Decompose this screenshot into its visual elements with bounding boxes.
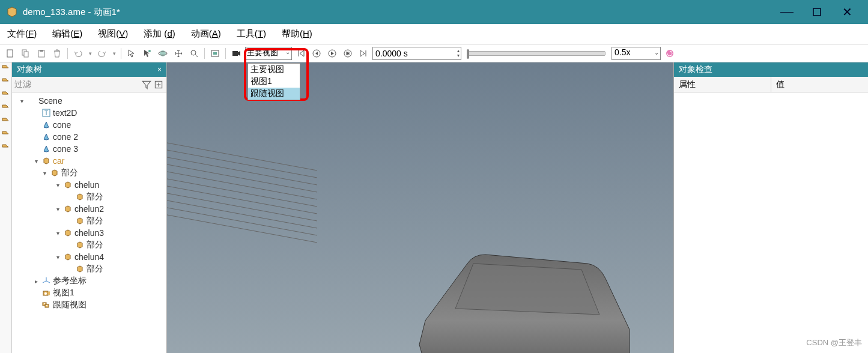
tree-row[interactable]: 部分	[14, 191, 164, 203]
strip-btn-4[interactable]	[1, 103, 11, 113]
play-next-button[interactable]	[341, 47, 354, 60]
redo-button[interactable]	[96, 47, 109, 60]
tree-body[interactable]: ▾SceneTtext2Dconecone 2cone 3▾car▾部分▾che…	[12, 92, 166, 353]
dropdown-item[interactable]: 视图1	[248, 76, 300, 88]
col-value[interactable]: 值	[771, 77, 868, 92]
tree-toggle[interactable]: ▾	[18, 98, 25, 104]
menu-help[interactable]: 帮助(H)	[279, 27, 315, 41]
dropdown-item[interactable]: 主要视图	[248, 64, 300, 76]
viewport-3d[interactable]	[167, 62, 673, 353]
filter-label[interactable]: 过滤	[14, 79, 140, 90]
record-button[interactable]	[229, 47, 243, 60]
svg-rect-3	[24, 52, 28, 57]
col-property[interactable]: 属性	[674, 77, 771, 92]
menu-bar: 文件(F) 编辑(E) 视图(V) 添加 (d) 动画(A) 工具(T) 帮助(…	[0, 24, 868, 44]
tree-row[interactable]: ▾chelun3	[14, 227, 164, 239]
text-icon: T	[41, 108, 51, 118]
maximize-button[interactable]	[802, 0, 832, 24]
tree-row[interactable]: ▾Scene	[14, 95, 164, 107]
tree-toggle[interactable]: ▾	[54, 206, 61, 213]
tree-row[interactable]: cone 3	[14, 143, 164, 155]
tree-row[interactable]: ▾chelun	[14, 179, 164, 191]
close-button[interactable]: ✕	[832, 0, 862, 24]
filter-icon[interactable]	[141, 79, 152, 90]
paste-button[interactable]	[35, 47, 48, 60]
new-button[interactable]	[4, 47, 17, 60]
watermark: CSDN @王登丰	[806, 337, 862, 348]
chevron-down-icon: ⌄	[654, 49, 659, 56]
tree-panel-header: 对象树 ×	[12, 62, 166, 77]
speed-select[interactable]: 0.5x ⌄	[612, 47, 661, 60]
undo-button[interactable]	[71, 47, 85, 60]
time-slider[interactable]	[467, 51, 605, 56]
cone-icon	[41, 132, 51, 142]
view-dropdown-popup: 主要视图视图1跟随视图	[247, 63, 300, 100]
strip-btn-1[interactable]	[1, 64, 11, 73]
group-icon	[63, 204, 73, 214]
view-select[interactable]: 主要视图 ⌄	[245, 47, 292, 60]
tree-row[interactable]: cone 2	[14, 131, 164, 143]
tree-toggle[interactable]: ▾	[32, 158, 40, 164]
strip-btn-2[interactable]	[1, 77, 11, 86]
spinner-icon[interactable]: ▴▾	[457, 49, 460, 58]
menu-tools[interactable]: 工具(T)	[234, 27, 269, 41]
tree-row[interactable]: 部分	[14, 263, 164, 275]
tree-toggle[interactable]: ▾	[54, 230, 61, 237]
play-prev-button[interactable]	[310, 47, 323, 60]
strip-btn-3[interactable]	[1, 90, 11, 100]
time-input[interactable]: 0.0000 s ▴▾	[372, 47, 461, 60]
menu-animation[interactable]: 动画(A)	[189, 27, 223, 41]
tree-toggle[interactable]: ▾	[54, 254, 61, 261]
strip-btn-6[interactable]	[1, 130, 11, 139]
menu-add[interactable]: 添加 (d)	[141, 27, 178, 41]
tree-row[interactable]: ▾chelun2	[14, 203, 164, 215]
tree-node-label: 部分	[86, 216, 103, 226]
group-icon	[75, 264, 85, 274]
pan-button[interactable]	[172, 47, 185, 60]
tree-row[interactable]: Ttext2D	[14, 107, 164, 119]
expand-icon[interactable]	[153, 79, 164, 90]
play-first-button[interactable]	[294, 47, 308, 60]
tree-node-label: cone 3	[53, 144, 78, 154]
play-button[interactable]	[326, 47, 339, 60]
tree-row[interactable]: ▸参考坐标	[14, 275, 164, 287]
zoom-button[interactable]	[187, 47, 201, 60]
delete-button[interactable]	[50, 47, 64, 60]
filter-row: 过滤	[12, 77, 166, 92]
frame-button[interactable]	[208, 47, 222, 60]
strip-btn-5[interactable]	[1, 116, 11, 126]
play-last-button[interactable]	[357, 47, 370, 60]
tree-row[interactable]: ▾car	[14, 155, 164, 167]
group-icon	[41, 156, 51, 166]
minimize-button[interactable]: —	[772, 0, 802, 24]
dropdown-item[interactable]: 跟随视图	[248, 88, 300, 100]
tree-panel-title: 对象树	[17, 64, 42, 75]
menu-edit[interactable]: 编辑(E)	[50, 27, 85, 41]
tree-toggle[interactable]: ▾	[54, 182, 61, 189]
menu-view[interactable]: 视图(V)	[96, 27, 130, 41]
tree-row[interactable]: 部分	[14, 215, 164, 227]
svg-point-25	[46, 305, 47, 306]
select-button[interactable]	[125, 47, 138, 60]
app-icon	[6, 6, 18, 18]
orbit-button[interactable]	[156, 47, 169, 60]
tree-row[interactable]: cone	[14, 119, 164, 131]
tree-row[interactable]: ▾chelun4	[14, 251, 164, 263]
tree-toggle[interactable]: ▸	[32, 278, 40, 285]
tree-row[interactable]: 视图1	[14, 287, 164, 299]
undo-dropdown[interactable]: ▾	[87, 47, 93, 60]
car-model	[389, 237, 673, 353]
tree-panel-close[interactable]: ×	[157, 65, 162, 74]
svg-line-26	[167, 128, 317, 170]
loop-button[interactable]	[663, 47, 676, 60]
tree-toggle[interactable]: ▾	[41, 170, 48, 176]
pick-button[interactable]	[141, 47, 154, 60]
tree-row[interactable]: ▾部分	[14, 167, 164, 179]
tree-row[interactable]: 部分	[14, 239, 164, 251]
redo-dropdown[interactable]: ▾	[111, 47, 117, 60]
copy-button[interactable]	[19, 47, 32, 60]
menu-file[interactable]: 文件(F)	[5, 27, 39, 41]
tree-row[interactable]: 跟随视图	[14, 299, 164, 311]
strip-btn-7[interactable]	[1, 143, 11, 152]
toolbar: ▾ ▾ 主要视图 ⌄ 0.0000 s ▴▾ 0.5x ⌄	[0, 44, 868, 62]
